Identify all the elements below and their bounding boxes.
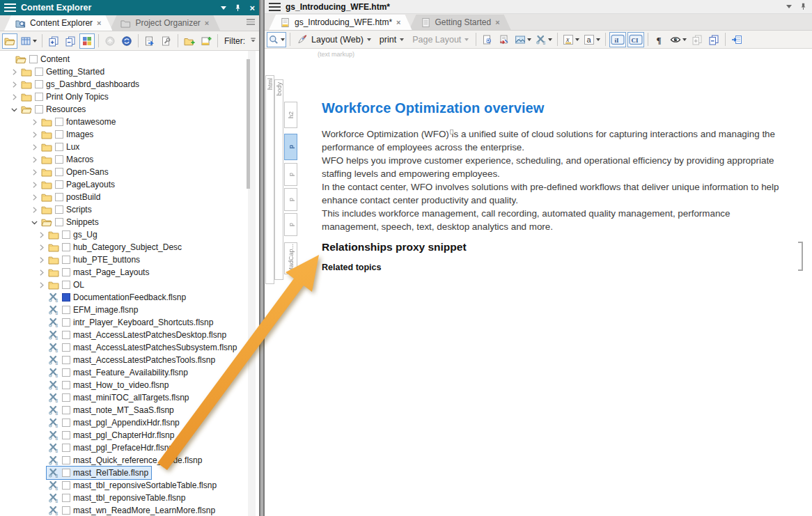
layout-mode-button[interactable]: Layout (Web) [294,32,375,47]
show-hide-icon[interactable] [669,32,688,47]
item-checkbox[interactable] [62,268,70,276]
tree-item[interactable]: EFM_image.flsnp [0,304,259,316]
show-paragraph-marks-icon[interactable] [652,32,667,47]
concept-entry-mode-icon[interactable] [627,32,644,47]
item-checkbox[interactable] [62,506,70,515]
tree-item[interactable]: fontawesome [0,116,259,128]
tree-item[interactable]: mast_pgl_AppendixHdr.flsnp [0,416,259,429]
item-checkbox[interactable] [62,406,70,414]
item-checkbox[interactable] [62,393,70,402]
tree-item[interactable]: Content [0,53,259,65]
item-checkbox[interactable] [62,306,70,314]
item-checkbox[interactable] [35,68,43,76]
tree-item[interactable]: hub_PTE_buttons [0,253,259,266]
tree-item[interactable]: mast_AccessLatestPatchesDesktop.flsnp [0,329,259,341]
tag-block-p[interactable]: p [284,188,297,211]
zoom-icon[interactable] [267,32,286,47]
chevron-down-icon[interactable] [10,104,19,114]
tree-item[interactable]: mast_pgl_PrefaceHdr.flsnp [0,441,259,454]
tag-block-h2[interactable]: h2 [284,102,297,128]
item-checkbox[interactable] [62,318,70,327]
send-for-review-icon[interactable] [497,32,512,47]
panel-menu-icon[interactable] [4,3,16,12]
chevron-right-icon[interactable] [10,92,19,102]
chevron-right-icon[interactable] [10,79,19,89]
tree-item[interactable]: hub_Category_Subject_Desc [0,241,259,253]
chevron-right-icon[interactable] [10,67,19,77]
tree-item[interactable]: mast_wn_ReadMore_LearnMore.flsnp [0,504,259,516]
new-item-icon[interactable] [198,33,214,49]
item-checkbox[interactable] [35,80,43,88]
item-checkbox[interactable] [55,205,63,214]
open-file-icon[interactable] [142,33,157,49]
tree-item[interactable]: Snippets [0,216,259,228]
editor-dropdown-icon[interactable] [786,5,792,11]
related-topics-label[interactable]: Related topics [322,263,790,272]
preview-icon[interactable] [480,32,495,47]
chevron-right-icon[interactable] [30,130,39,139]
tree-item[interactable]: mast_tbl_reponsiveTable.flsnp [0,492,259,504]
tree-scrollbar-thumb[interactable] [247,59,250,189]
chevron-right-icon[interactable] [37,280,46,290]
insert-character-icon[interactable] [582,32,602,47]
item-checkbox[interactable] [62,243,70,251]
tag-block-madcap[interactable]: MadCap... [284,242,297,274]
collapse-all-icon[interactable] [63,33,78,49]
item-checkbox[interactable] [62,343,70,352]
tree-item[interactable]: Lux [0,141,259,153]
item-checkbox[interactable] [62,456,70,464]
tree-item[interactable]: mast_note_MT_SaaS.flsnp [0,404,259,416]
tag-block-p[interactable]: p [284,213,297,236]
insert-proxy-icon[interactable] [729,32,744,47]
chevron-down-icon[interactable] [30,217,39,227]
tree-item[interactable]: PageLayouts [0,178,259,191]
chevron-right-icon[interactable] [37,242,46,252]
xml-editor[interactable]: (text markup) htmlbodyh2ppppMadCap... Wo… [265,49,812,516]
tree-item[interactable]: Getting_Started [0,65,259,78]
tree-item[interactable]: Images [0,128,259,141]
expand-tags-icon[interactable] [689,32,705,47]
item-checkbox[interactable] [62,419,70,427]
chevron-right-icon[interactable] [30,192,39,202]
item-checkbox[interactable] [62,256,70,264]
document-heading[interactable]: Workforce Optimization overview [322,100,790,116]
new-folder-icon[interactable] [182,33,197,49]
item-checkbox[interactable] [62,494,70,502]
item-checkbox[interactable] [62,293,70,302]
item-checkbox[interactable] [55,155,63,164]
tree-item[interactable]: Open-Sans [0,166,259,178]
tab-close-icon[interactable]: × [495,18,499,26]
item-checkbox[interactable] [55,218,63,226]
tree-item[interactable]: mast_pgl_ChapterHdr.flsnp [0,429,259,441]
tree-item[interactable]: Print Only Topics [0,91,259,103]
show-files-icon[interactable] [2,33,17,49]
document-paragraph[interactable]: In the contact center, WFO involves solu… [322,181,790,207]
item-checkbox[interactable] [62,431,70,439]
tree-item[interactable]: postBuild [0,191,259,203]
tab-close-icon[interactable]: × [205,19,209,27]
tag-block-p[interactable]: p [284,163,297,186]
item-checkbox[interactable] [62,281,70,289]
item-checkbox[interactable] [62,381,70,389]
tree-item[interactable]: mast_tbl_reponsiveSortableTable.flsnp [0,479,259,492]
item-checkbox[interactable] [62,230,70,239]
tree-item[interactable]: mast_Feature_Availability.flsnp [0,366,259,379]
chevron-right-icon[interactable] [30,167,39,177]
tree-item[interactable]: Scripts [0,203,259,216]
tab-project-organizer[interactable]: Project Organizer × [109,15,220,31]
tree-item[interactable]: Resources [0,103,259,116]
tree-item[interactable]: OL [0,279,259,291]
item-checkbox[interactable] [35,105,43,114]
chevron-right-icon[interactable] [30,155,39,164]
item-checkbox[interactable] [55,118,63,126]
item-checkbox[interactable] [55,143,63,151]
tree-item[interactable]: mast_miniTOC_allTargets.flsnp [0,391,259,404]
item-checkbox[interactable] [55,180,63,189]
tree-item[interactable]: Macros [0,153,259,166]
item-checkbox[interactable] [55,193,63,201]
tree-scrollbar[interactable] [248,51,256,516]
chevron-right-icon[interactable] [30,142,39,152]
expand-all-icon[interactable] [46,33,61,49]
chevron-right-icon[interactable] [37,267,46,277]
tree-item[interactable]: mast_RelTable.flsnp [0,467,259,479]
